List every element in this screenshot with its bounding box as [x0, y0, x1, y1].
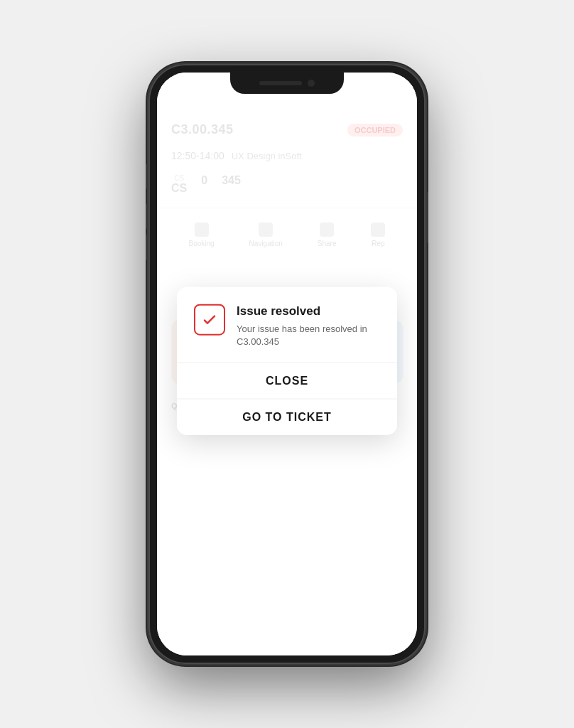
- phone-notch: [230, 73, 344, 94]
- notch-speaker: [259, 81, 302, 85]
- dialog-message: Your issue has been resolved in C3.00.34…: [237, 323, 380, 348]
- phone-shell: C3.00.345 OCCUPIED 12:50-14:00 UX Design…: [148, 64, 426, 664]
- go-to-ticket-button[interactable]: GO TO TICKET: [177, 400, 397, 435]
- close-button[interactable]: CLOSE: [177, 363, 397, 400]
- phone-screen: C3.00.345 OCCUPIED 12:50-14:00 UX Design…: [157, 73, 417, 655]
- dialog-text: Issue resolved Your issue has been resol…: [237, 304, 380, 348]
- dialog-content: Issue resolved Your issue has been resol…: [177, 287, 397, 363]
- dialog-title: Issue resolved: [237, 304, 380, 318]
- dialog: Issue resolved Your issue has been resol…: [177, 287, 397, 435]
- notch-camera: [308, 80, 315, 87]
- dialog-icon-wrapper: [194, 304, 225, 336]
- check-mark-icon: [201, 311, 218, 328]
